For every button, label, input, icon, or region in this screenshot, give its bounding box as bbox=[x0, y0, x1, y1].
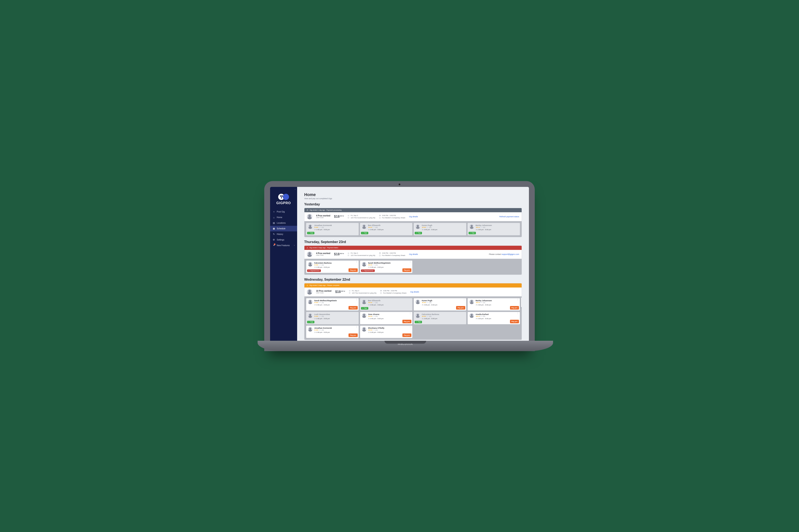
star-rating: ★★★★★(22) bbox=[476, 316, 519, 317]
pro-time: ◔2:00 pm - 8:00 pm bbox=[422, 229, 465, 231]
avatar bbox=[308, 262, 312, 267]
sidebar-item-post-gig[interactable]: ＋ Post Gig bbox=[270, 209, 297, 215]
rating-count: (22) bbox=[483, 302, 485, 303]
popover-adjust-hours[interactable]: Adjust hours worked bbox=[521, 302, 522, 307]
sidebar-item-home[interactable]: ⌂ Home bbox=[270, 215, 297, 220]
gig-card: ⚠ Gig ended 2 days ago · Payment failed … bbox=[304, 246, 522, 275]
sidebar-collapse[interactable]: ‹ bbox=[293, 187, 297, 192]
brand-text: GIGPRO bbox=[276, 201, 291, 205]
gig-hours: 2:00 PM - 3:00 PM bbox=[382, 214, 396, 216]
refresh-payment-link[interactable]: Refresh payment status bbox=[500, 215, 519, 218]
pay-pro-button[interactable]: Pay pro bbox=[402, 334, 411, 337]
banner-icon: ⚠ bbox=[307, 247, 308, 249]
check-icon: ✓ bbox=[416, 232, 417, 234]
gig-status-banner: ⏱ Gig ended 1 day ago · Payment processi… bbox=[304, 208, 522, 212]
pro-time: ◔2:00 pm - 8:00 pm bbox=[476, 318, 519, 320]
store-icon: ▢ bbox=[380, 292, 382, 294]
kebab-menu-icon[interactable]: ⋮ bbox=[409, 327, 411, 327]
check-icon: ✓ bbox=[416, 321, 417, 323]
kebab-menu-icon[interactable]: ⋮ bbox=[463, 299, 465, 300]
pay-pro-button[interactable]: Pay pro bbox=[456, 306, 465, 309]
pay-pro-button[interactable]: Pay pro bbox=[402, 268, 411, 272]
pro-name: Jonathan Kormorek bbox=[314, 327, 357, 329]
pro-name: Falconiere Barbosa bbox=[314, 262, 357, 264]
gig-details-link[interactable]: Gig details bbox=[409, 215, 418, 218]
pro-name: Marley Johannsen bbox=[476, 300, 519, 302]
calendar-icon: ▭ bbox=[348, 252, 350, 254]
gig-details-link[interactable]: Gig details bbox=[410, 291, 419, 293]
nav-icon: ⌂ bbox=[273, 216, 275, 219]
sidebar-item-locations[interactable]: ▤ Locations bbox=[270, 220, 297, 226]
contact-support: Please contact support@gigpro.com bbox=[489, 253, 519, 255]
star-rating: ★★★★★(22) bbox=[422, 302, 465, 304]
clock-icon: ◔ bbox=[368, 266, 369, 268]
page-subtitle: View and pay out completed Gigs bbox=[304, 197, 522, 200]
nav-label: Schedule bbox=[277, 227, 286, 230]
gig-address: 123 The Government is Lying Wy bbox=[351, 254, 375, 256]
rating-count: (22) bbox=[483, 227, 485, 228]
kebab-menu-icon[interactable]: ⋮ bbox=[516, 313, 519, 314]
pay-pro-button[interactable]: Pay pro bbox=[348, 268, 358, 272]
paid-badge: ✓Paid bbox=[415, 232, 422, 234]
star-rating: ★★★★★(22) bbox=[314, 264, 357, 266]
gig-summary: 4 Pros workedLine Cook $18.00 hr ▭Fri, S… bbox=[304, 212, 522, 221]
kebab-menu-icon[interactable]: ⋮ bbox=[356, 299, 358, 300]
page-title: Home bbox=[304, 192, 522, 197]
clock-icon: ◔ bbox=[368, 331, 369, 333]
gig-date: Fri, Sep 3 bbox=[351, 252, 358, 254]
sidebar-item-schedule[interactable]: ▦ Schedule bbox=[270, 226, 297, 231]
kebab-menu-icon[interactable]: ⋮ bbox=[356, 262, 358, 262]
kebab-menu-icon[interactable]: ⋮ bbox=[409, 262, 411, 262]
avatar bbox=[308, 224, 312, 229]
star-rating: ★★★★★(22) bbox=[476, 226, 519, 228]
gig-address: 123 The Government is Lying Wy bbox=[351, 217, 375, 219]
gig-hours: 2:00 PM - 3:00 PM bbox=[383, 290, 397, 292]
popover-no-show[interactable]: Pro Called out / No show bbox=[521, 298, 522, 302]
sidebar-item-new-features[interactable]: ✦ New Features 1 › bbox=[270, 243, 297, 248]
screen: ‹ GIGPRO ＋ Post Gig ⌂ Home ▤ Locations ▦… bbox=[270, 187, 529, 341]
pay-pro-button[interactable]: Pay pro bbox=[348, 306, 358, 309]
gig-address: 123 The Government is Lying Wy bbox=[352, 292, 376, 294]
nav-label: New Features bbox=[277, 244, 290, 247]
avatar bbox=[308, 300, 312, 304]
clock-icon: ◔ bbox=[476, 318, 477, 320]
star-rating: ★★★★★(22) bbox=[422, 316, 465, 317]
gig-meta-right: ◔2:00 PM - 3:00 PM ▢Fox Mulder's Conspir… bbox=[380, 290, 406, 294]
star-rating: ★★★★★(22) bbox=[368, 264, 411, 266]
check-icon: ✓ bbox=[362, 307, 363, 309]
clock-icon: ◔ bbox=[368, 229, 369, 231]
kebab-menu-icon[interactable]: ⋮ bbox=[409, 313, 411, 314]
avatar bbox=[307, 214, 312, 219]
kebab-menu-icon[interactable]: ⋮ bbox=[356, 327, 358, 327]
sidebar-item-settings[interactable]: ⚙ Settings bbox=[270, 237, 297, 243]
pro-time: ◔2:00 pm - 8:00 pm bbox=[476, 304, 519, 306]
hourly-rate: $18.00 hr bbox=[334, 252, 344, 256]
main-content: Home View and pay out completed Gigs Yes… bbox=[297, 187, 529, 341]
pay-pro-button[interactable]: Pay pro bbox=[402, 320, 411, 323]
pro-card: Ben Ellsworth ★★★★★(22) ◔2:00 pm - 8:00 … bbox=[360, 298, 413, 310]
kebab-menu-icon[interactable]: ⋮ bbox=[516, 299, 519, 300]
gig-meta-left: ▭Fri, Sep 3 ⎔123 The Government is Lying… bbox=[349, 290, 376, 294]
pro-name: Falconiere Barbosa bbox=[422, 313, 465, 316]
pin-icon: ⎔ bbox=[349, 292, 351, 294]
pro-name: Karen Pugh bbox=[422, 224, 465, 226]
clock-icon: ◔ bbox=[314, 266, 316, 268]
pay-pro-button[interactable]: Pay pro bbox=[510, 320, 519, 323]
pro-card: Falconiere Barbosa ★★★★★(22) ◔2:00 pm - … bbox=[306, 261, 359, 273]
sidebar-item-history[interactable]: ↻ History bbox=[270, 231, 297, 237]
avatar bbox=[307, 289, 312, 294]
gig-card: ⚠ Gig ended 3 days ago · Please complete… bbox=[304, 283, 522, 340]
pro-time: ◔2:00 pm - 8:00 pm bbox=[422, 304, 465, 306]
support-email-link[interactable]: support@gigpro.com bbox=[502, 253, 519, 255]
star-rating: ★★★★★(22) bbox=[422, 226, 465, 228]
rating-count: (22) bbox=[322, 302, 324, 303]
star-rating: ★★★★★(22) bbox=[314, 302, 357, 304]
pay-pro-button[interactable]: Pay pro bbox=[348, 334, 358, 337]
gig-details-link[interactable]: Gig details bbox=[409, 253, 418, 255]
pro-time: ◔2:00 pm - 8:00 pm bbox=[314, 266, 357, 268]
pay-pro-button[interactable]: Pay pro bbox=[510, 306, 519, 309]
payment-error-badge: ✕Payment Error bbox=[361, 269, 375, 272]
store-icon: ▢ bbox=[379, 217, 381, 219]
gig-hours: 2:00 PM - 3:00 PM bbox=[382, 252, 396, 254]
paid-badge: ✓Paid bbox=[361, 307, 368, 309]
